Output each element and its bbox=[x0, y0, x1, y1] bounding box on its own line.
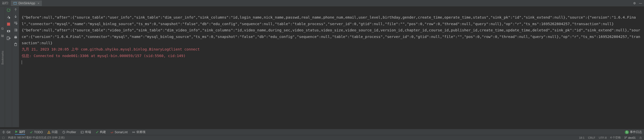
warning-icon bbox=[47, 131, 50, 134]
down-icon[interactable] bbox=[14, 15, 17, 18]
tab-event-log[interactable]: 1 事件日志 bbox=[625, 130, 642, 134]
console-line-warn: 九月 21, 2023 10:20:05 上午 com.github.shyik… bbox=[22, 47, 200, 51]
run-config-name: DimSinkApp bbox=[18, 2, 35, 5]
status-bar: ▢ 构建在 9秒347毫秒 中成功完成 (23 分钟 之前) 18:1 CRLF… bbox=[0, 135, 644, 140]
branch-icon bbox=[624, 136, 627, 139]
scroll-to-end-icon[interactable] bbox=[14, 28, 18, 32]
run-config-icon bbox=[13, 2, 17, 5]
console-line-info: 信息: Connected to node001:3306 at mysql-b… bbox=[22, 54, 186, 58]
cursor-position[interactable]: 18:1 bbox=[579, 136, 584, 139]
git-icon bbox=[2, 130, 5, 134]
svg-rect-7 bbox=[15, 36, 16, 37]
stop-icon[interactable] bbox=[7, 22, 11, 26]
console-output[interactable]: {"before":null,"after":{"source_table":"… bbox=[19, 7, 644, 127]
settings-icon[interactable]: ⚙ bbox=[633, 2, 636, 5]
tab-sonarlint[interactable]: SonarLint bbox=[110, 130, 128, 134]
play-icon bbox=[15, 130, 18, 133]
run-config-tab[interactable]: DimSinkApp × bbox=[11, 1, 42, 6]
tab-run[interactable]: 运行 bbox=[15, 130, 25, 135]
close-tab-icon[interactable]: × bbox=[38, 2, 39, 5]
dump-threads-icon[interactable] bbox=[7, 29, 11, 33]
svg-point-15 bbox=[134, 132, 135, 133]
git-branch[interactable]: dev01 bbox=[624, 136, 636, 139]
svg-point-1 bbox=[9, 17, 10, 19]
structure-tool-icon[interactable]: ⧉ bbox=[1, 27, 4, 31]
clear-icon[interactable] bbox=[14, 42, 18, 46]
line-separator[interactable]: CRLF bbox=[588, 136, 595, 139]
sonarlint-icon bbox=[110, 131, 113, 134]
todo-icon bbox=[30, 131, 33, 134]
svg-rect-9 bbox=[15, 43, 17, 46]
run-settings-icon[interactable] bbox=[7, 15, 11, 19]
run-toolbar-primary bbox=[5, 7, 12, 127]
tab-todo[interactable]: TODO bbox=[30, 130, 43, 134]
lock-icon[interactable] bbox=[639, 136, 642, 139]
svg-rect-13 bbox=[81, 131, 83, 133]
run-toolbar-secondary bbox=[12, 7, 19, 127]
svg-rect-19 bbox=[640, 138, 641, 139]
up-icon[interactable] bbox=[14, 8, 17, 12]
run-label: 运行: bbox=[2, 1, 9, 5]
svg-rect-2 bbox=[7, 23, 10, 26]
run-panel-header: 运行: DimSinkApp × ⚙ — bbox=[0, 0, 644, 7]
minimize-icon[interactable]: — bbox=[639, 2, 642, 5]
main-area: ⧉ 结构 Bookmarks {"before":null,"after":{"… bbox=[0, 7, 644, 127]
console-line: {"before":null,"after":{"source_table":"… bbox=[22, 15, 636, 26]
soft-wrap-icon[interactable] bbox=[14, 21, 18, 25]
svg-rect-0 bbox=[14, 2, 17, 4]
terminal-icon bbox=[81, 131, 84, 134]
console-line: {"before":null,"after":{"source_table":"… bbox=[22, 28, 640, 45]
tab-git[interactable]: Git bbox=[2, 130, 10, 134]
bookmarks-label[interactable]: Bookmarks bbox=[1, 51, 4, 65]
build-status-message: 构建在 9秒347毫秒 中成功完成 (23 分钟 之前) bbox=[8, 136, 65, 139]
svg-point-4 bbox=[8, 31, 9, 32]
tab-terminal[interactable]: 终端 bbox=[81, 130, 91, 134]
cursor-caret bbox=[22, 60, 22, 64]
bottom-tool-tabs: Git 运行 TODO 问题 Profiler 终端 构建 SonarLint … bbox=[0, 129, 644, 135]
file-encoding[interactable]: UTF-8 bbox=[599, 136, 607, 139]
tab-build[interactable]: 构建 bbox=[96, 130, 106, 134]
hammer-icon bbox=[96, 131, 99, 134]
exit-icon[interactable] bbox=[7, 36, 11, 40]
dependencies-icon bbox=[132, 131, 135, 134]
tab-problems[interactable]: 问题 bbox=[47, 130, 58, 134]
indent-setting[interactable]: 4 个空格 bbox=[610, 136, 621, 139]
event-count-badge: 1 bbox=[625, 130, 629, 134]
indexing-icon: ▢ bbox=[2, 136, 5, 139]
profiler-icon bbox=[62, 131, 65, 134]
rerun-icon[interactable] bbox=[7, 8, 11, 12]
svg-point-14 bbox=[132, 132, 133, 133]
svg-rect-8 bbox=[15, 38, 16, 38]
tab-dependencies[interactable]: 依赖项 bbox=[132, 130, 145, 134]
print-icon[interactable] bbox=[14, 35, 18, 39]
structure-label[interactable]: 结构 bbox=[1, 39, 4, 40]
tab-profiler[interactable]: Profiler bbox=[62, 130, 76, 134]
left-sidebar: ⧉ 结构 Bookmarks bbox=[0, 7, 5, 127]
